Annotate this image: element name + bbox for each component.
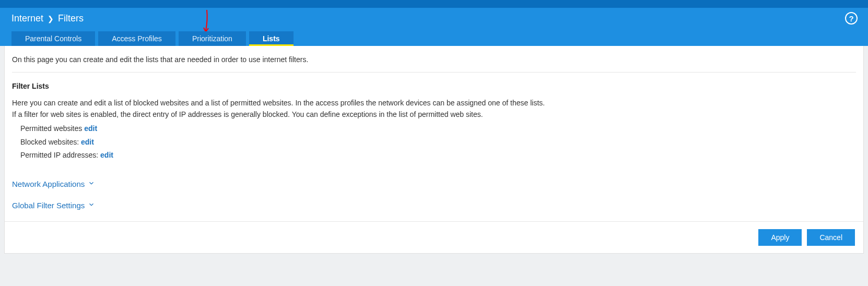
cancel-button[interactable]: Cancel [807,229,855,246]
section-title-filter-lists: Filter Lists [12,82,856,90]
breadcrumb: Internet ❯ Filters [0,8,868,31]
tab-lists[interactable]: Lists [249,31,294,46]
tab-access-profiles[interactable]: Access Profiles [98,31,175,46]
content: On this page you can create and edit the… [5,46,863,221]
top-strip [0,0,868,8]
permitted-websites-row: Permitted websites edit [20,122,856,135]
apply-button[interactable]: Apply [758,229,802,246]
divider [12,72,856,73]
edit-blocked-websites[interactable]: edit [81,138,94,146]
edit-permitted-websites[interactable]: edit [84,124,97,133]
footer: Apply Cancel [5,221,863,253]
tab-parental-controls[interactable]: Parental Controls [11,31,95,46]
chevron-right-icon: ❯ [48,15,54,23]
tab-prioritization[interactable]: Prioritization [179,31,246,46]
chevron-down-icon [88,180,95,188]
edit-permitted-ip[interactable]: edit [100,151,113,159]
chevron-down-icon [88,201,95,210]
intro-text: On this page you can create and edit the… [12,55,856,64]
filter-links: Permitted websites edit Blocked websites… [12,122,856,162]
filter-lists-desc2: If a filter for web sites is enabled, th… [12,109,856,121]
breadcrumb-current: Filters [58,13,84,24]
tabs: Parental Controls Access Profiles Priori… [0,31,868,46]
blocked-websites-row: Blocked websites: edit [20,136,856,149]
page-header: Internet ❯ Filters ? Parental Controls A… [0,8,868,46]
permitted-ip-row: Permitted IP addresses: edit [20,149,856,162]
filter-lists-desc1: Here you can create and edit a list of b… [12,98,856,109]
main-panel: On this page you can create and edit the… [4,46,864,254]
help-icon[interactable]: ? [845,12,858,25]
collapsible-global-filter-settings[interactable]: Global Filter Settings [12,201,856,210]
breadcrumb-root[interactable]: Internet [11,13,43,24]
collapsible-network-applications[interactable]: Network Applications [12,180,856,188]
